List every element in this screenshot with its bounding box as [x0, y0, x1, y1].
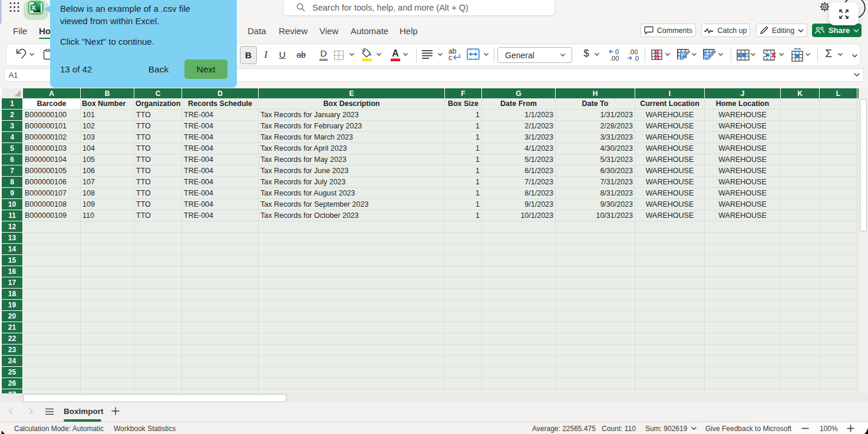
row-header-22[interactable]: 22: [2, 333, 23, 344]
cell-G10[interactable]: 9/1/2023: [482, 199, 556, 210]
cell-K19[interactable]: [781, 300, 820, 311]
cell-J21[interactable]: [705, 322, 781, 333]
comments-button[interactable]: Comments: [641, 24, 696, 37]
increase-decimal-button[interactable]: .00 .0: [626, 48, 641, 62]
column-header-C[interactable]: C: [134, 88, 182, 98]
cell-I15[interactable]: [635, 255, 705, 266]
cell-A10[interactable]: B000000108: [23, 199, 81, 210]
cell-A15[interactable]: [23, 255, 81, 266]
next-sheet-icon[interactable]: [28, 408, 34, 415]
cell-D26[interactable]: [182, 378, 259, 389]
cell-I6[interactable]: WAREHOUSE: [635, 154, 705, 165]
cell-H23[interactable]: [556, 344, 635, 356]
cell-I5[interactable]: WAREHOUSE: [635, 143, 705, 154]
cell-L5[interactable]: [820, 143, 857, 154]
cell-H10[interactable]: 9/30/2023: [556, 199, 635, 210]
cell-J16[interactable]: [705, 266, 781, 277]
cell-C2[interactable]: TTO: [134, 110, 182, 121]
row-header-25[interactable]: 25: [2, 367, 23, 378]
cell-J1[interactable]: Home Location: [705, 98, 781, 110]
cell-L10[interactable]: [820, 199, 857, 210]
borders-chevron-icon[interactable]: [349, 52, 355, 57]
cell-D14[interactable]: [182, 244, 259, 255]
cell-J26[interactable]: [705, 378, 781, 389]
cell-K6[interactable]: [781, 154, 820, 165]
autosum-chevron-icon[interactable]: [837, 52, 843, 57]
cell-I3[interactable]: WAREHOUSE: [635, 121, 705, 132]
cell-K22[interactable]: [781, 333, 820, 344]
back-button[interactable]: Back: [137, 61, 180, 78]
cell-A13[interactable]: [23, 233, 81, 244]
fullscreen-card[interactable]: [829, 2, 859, 25]
cell-L26[interactable]: [820, 378, 857, 389]
cell-I1[interactable]: Current Location: [635, 98, 705, 110]
row-header-11[interactable]: 11: [2, 210, 23, 221]
autosum-button[interactable]: Σ: [822, 47, 835, 60]
cell-B20[interactable]: [81, 311, 134, 322]
editing-dropdown[interactable]: Editing: [756, 24, 807, 37]
column-header-I[interactable]: I: [635, 88, 705, 98]
cell-H18[interactable]: [556, 289, 635, 300]
cell-D17[interactable]: [182, 277, 259, 289]
row-header-9[interactable]: 9: [2, 188, 23, 199]
cell-J9[interactable]: WAREHOUSE: [705, 188, 781, 199]
cell-H6[interactable]: 5/31/2023: [556, 154, 635, 165]
cell-L20[interactable]: [820, 311, 857, 322]
cell-K12[interactable]: [781, 221, 820, 233]
cell-L18[interactable]: [820, 289, 857, 300]
align-button[interactable]: [421, 49, 433, 59]
cell-H1[interactable]: Date To: [556, 98, 635, 110]
vertical-scrollbar-thumb[interactable]: [860, 99, 867, 231]
row-header-27[interactable]: 27: [2, 389, 23, 393]
row-header-4[interactable]: 4: [2, 132, 23, 143]
cell-J15[interactable]: [705, 255, 781, 266]
cell-I22[interactable]: [635, 333, 705, 344]
cell-J14[interactable]: [705, 244, 781, 255]
cell-G20[interactable]: [482, 311, 556, 322]
cell-G3[interactable]: 2/1/2023: [482, 121, 556, 132]
cell-G15[interactable]: [482, 255, 556, 266]
cell-L7[interactable]: [820, 165, 857, 177]
cell-B6[interactable]: 105: [81, 154, 134, 165]
cell-K18[interactable]: [781, 289, 820, 300]
cell-L4[interactable]: [820, 132, 857, 143]
cell-F9[interactable]: 1: [445, 188, 482, 199]
cell-I8[interactable]: WAREHOUSE: [635, 177, 705, 188]
row-header-24[interactable]: 24: [2, 356, 23, 367]
cell-I18[interactable]: [635, 289, 705, 300]
cell-D4[interactable]: TRE-004: [182, 132, 259, 143]
column-header-B[interactable]: B: [81, 88, 134, 98]
row-header-21[interactable]: 21: [2, 322, 23, 333]
delete-cells-button[interactable]: [763, 49, 777, 61]
cell-H21[interactable]: [556, 322, 635, 333]
cell-E15[interactable]: [259, 255, 445, 266]
fill-color-button[interactable]: [361, 48, 374, 62]
cell-E21[interactable]: [259, 322, 445, 333]
cell-I12[interactable]: [635, 221, 705, 233]
cell-A23[interactable]: [23, 344, 81, 356]
cell-A11[interactable]: B000000109: [23, 210, 81, 221]
cell-L19[interactable]: [820, 300, 857, 311]
cell-L23[interactable]: [820, 344, 857, 356]
row-header-13[interactable]: 13: [2, 233, 23, 244]
cell-I20[interactable]: [635, 311, 705, 322]
cell-B4[interactable]: 103: [81, 132, 134, 143]
cell-F23[interactable]: [445, 344, 482, 356]
cell-G7[interactable]: 6/1/2023: [482, 165, 556, 177]
cell-L12[interactable]: [820, 221, 857, 233]
cell-E20[interactable]: [259, 311, 445, 322]
cell-L27[interactable]: [820, 389, 857, 393]
column-header-H[interactable]: H: [556, 88, 635, 98]
cell-E6[interactable]: Tax Records for May 2023: [259, 154, 445, 165]
cell-J24[interactable]: [705, 356, 781, 367]
cell-K21[interactable]: [781, 322, 820, 333]
cell-L16[interactable]: [820, 266, 857, 277]
cell-C9[interactable]: TTO: [134, 188, 182, 199]
cell-A26[interactable]: [23, 378, 81, 389]
cell-F14[interactable]: [445, 244, 482, 255]
double-underline-button[interactable]: D: [317, 48, 330, 61]
row-header-18[interactable]: 18: [2, 289, 23, 300]
row-header-5[interactable]: 5: [2, 143, 23, 154]
cell-C18[interactable]: [134, 289, 182, 300]
cell-I27[interactable]: [635, 389, 705, 393]
